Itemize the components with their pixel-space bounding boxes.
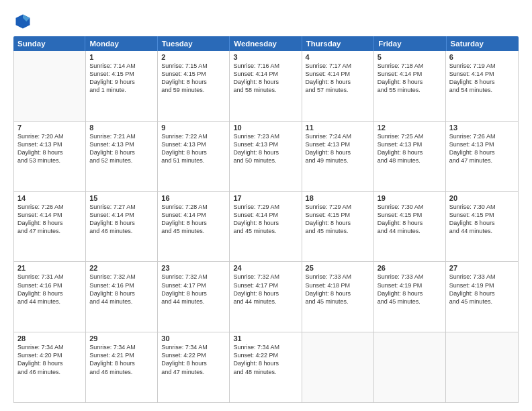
cell-info-line: Daylight: 8 hours [89,219,154,227]
day-number: 25 [306,264,370,272]
cell-info-line: and 47 minutes. [161,368,226,376]
calendar-day-7: 7Sunrise: 7:20 AMSunset: 4:13 PMDaylight… [14,122,86,191]
cell-info-line: and 47 minutes. [17,227,82,235]
cell-info-line: and 59 minutes. [161,86,226,94]
cell-info-line: Sunset: 4:17 PM [161,281,226,289]
calendar-day-13: 13Sunrise: 7:26 AMSunset: 4:13 PMDayligh… [446,122,518,191]
day-number: 19 [378,194,442,202]
cell-info-line: and 45 minutes. [161,227,226,235]
cell-info-line: Daylight: 8 hours [17,289,82,298]
calendar-day-28: 28Sunrise: 7:34 AMSunset: 4:20 PMDayligh… [14,332,86,402]
cell-info-line: Sunset: 4:14 PM [233,211,298,219]
day-number: 29 [89,334,154,342]
cell-info-line: Sunrise: 7:27 AM [89,203,154,211]
cell-info-line: and 46 minutes. [89,368,154,376]
cell-info-line: Sunrise: 7:28 AM [161,203,226,211]
cell-info-line: Sunset: 4:16 PM [89,281,154,289]
header-day-wednesday: Wednesday [230,36,302,51]
calendar-day-9: 9Sunrise: 7:22 AMSunset: 4:13 PMDaylight… [158,122,230,191]
calendar-empty-cell [446,332,518,402]
day-number: 16 [161,194,226,202]
cell-info-line: Sunrise: 7:17 AM [306,62,370,70]
cell-info-line: Daylight: 8 hours [449,289,515,298]
cell-info-line: Daylight: 8 hours [233,289,298,298]
cell-info-line: Sunset: 4:19 PM [449,281,515,289]
cell-info-line: Sunset: 4:13 PM [233,140,298,148]
cell-info-line: Daylight: 8 hours [378,148,442,156]
cell-info-line: and 1 minute. [89,86,154,94]
cell-info-line: Daylight: 8 hours [161,289,226,298]
calendar-week-4: 21Sunrise: 7:31 AMSunset: 4:16 PMDayligh… [14,262,518,332]
cell-info-line: and 44 minutes. [233,298,298,306]
calendar-day-24: 24Sunrise: 7:32 AMSunset: 4:17 PMDayligh… [230,262,302,332]
cell-info-line: Sunrise: 7:31 AM [17,273,82,281]
cell-info-line: Sunrise: 7:18 AM [378,62,442,70]
cell-info-line: Sunrise: 7:33 AM [449,273,515,281]
day-number: 21 [17,264,82,272]
day-number: 6 [449,53,515,61]
day-number: 18 [306,194,370,202]
cell-info-line: Sunset: 4:13 PM [378,140,442,148]
cell-info-line: and 45 minutes. [378,298,442,306]
header-day-monday: Monday [85,36,157,51]
cell-info-line: Sunset: 4:15 PM [378,211,442,219]
cell-info-line: and 47 minutes. [449,156,515,165]
cell-info-line: Daylight: 8 hours [161,148,226,156]
day-number: 24 [233,264,298,272]
calendar-empty-cell [14,51,86,121]
cell-info-line: Sunset: 4:14 PM [161,211,226,219]
cell-info-line: Sunset: 4:13 PM [89,140,154,148]
cell-info-line: Sunrise: 7:34 AM [89,343,154,351]
calendar-day-27: 27Sunrise: 7:33 AMSunset: 4:19 PMDayligh… [446,262,518,332]
day-number: 20 [449,194,515,202]
day-number: 27 [449,264,515,272]
cell-info-line: Sunrise: 7:19 AM [449,62,515,70]
calendar-week-2: 7Sunrise: 7:20 AMSunset: 4:13 PMDaylight… [14,122,518,192]
cell-info-line: Sunrise: 7:33 AM [378,273,442,281]
cell-info-line: and 57 minutes. [306,86,370,94]
header-day-friday: Friday [374,36,446,51]
cell-info-line: Sunset: 4:14 PM [17,211,82,219]
cell-info-line: Sunrise: 7:32 AM [161,273,226,281]
cell-info-line: Sunset: 4:15 PM [306,211,370,219]
day-number: 31 [233,334,298,342]
cell-info-line: Sunrise: 7:33 AM [306,273,370,281]
day-number: 5 [378,53,442,61]
cell-info-line: Daylight: 8 hours [17,219,82,227]
cell-info-line: Daylight: 8 hours [378,289,442,298]
cell-info-line: Daylight: 8 hours [17,359,82,367]
cell-info-line: Sunrise: 7:14 AM [89,62,154,70]
day-number: 3 [233,53,298,61]
cell-info-line: and 45 minutes. [449,298,515,306]
day-number: 15 [89,194,154,202]
calendar-body: 1Sunrise: 7:14 AMSunset: 4:15 PMDaylight… [13,51,519,403]
cell-info-line: and 58 minutes. [233,86,298,94]
calendar-day-26: 26Sunrise: 7:33 AMSunset: 4:19 PMDayligh… [374,262,446,332]
cell-info-line: Sunset: 4:21 PM [89,351,154,359]
cell-info-line: Sunrise: 7:34 AM [161,343,226,351]
calendar-day-8: 8Sunrise: 7:21 AMSunset: 4:13 PMDaylight… [86,122,158,191]
cell-info-line: Daylight: 8 hours [306,219,370,227]
cell-info-line: Daylight: 8 hours [89,359,154,367]
day-number: 17 [233,194,298,202]
cell-info-line: and 48 minutes. [378,156,442,165]
cell-info-line: Sunset: 4:15 PM [449,211,515,219]
cell-info-line: Sunrise: 7:32 AM [233,273,298,281]
cell-info-line: Daylight: 8 hours [161,359,226,367]
cell-info-line: Sunrise: 7:29 AM [306,203,370,211]
cell-info-line: Sunset: 4:18 PM [306,281,370,289]
cell-info-line: Sunset: 4:14 PM [449,70,515,78]
cell-info-line: Sunset: 4:14 PM [378,70,442,78]
cell-info-line: and 44 minutes. [89,298,154,306]
cell-info-line: Daylight: 8 hours [306,289,370,298]
cell-info-line: Sunrise: 7:25 AM [378,132,442,140]
cell-info-line: Sunrise: 7:29 AM [233,203,298,211]
calendar-day-14: 14Sunrise: 7:26 AMSunset: 4:14 PMDayligh… [14,192,86,262]
calendar-day-2: 2Sunrise: 7:15 AMSunset: 4:15 PMDaylight… [158,51,230,121]
cell-info-line: Sunset: 4:15 PM [89,70,154,78]
cell-info-line: Sunrise: 7:24 AM [306,132,370,140]
page: SundayMondayTuesdayWednesdayThursdayFrid… [0,0,532,411]
header-day-tuesday: Tuesday [158,36,230,51]
cell-info-line: and 53 minutes. [17,156,82,165]
day-number: 1 [89,53,154,61]
